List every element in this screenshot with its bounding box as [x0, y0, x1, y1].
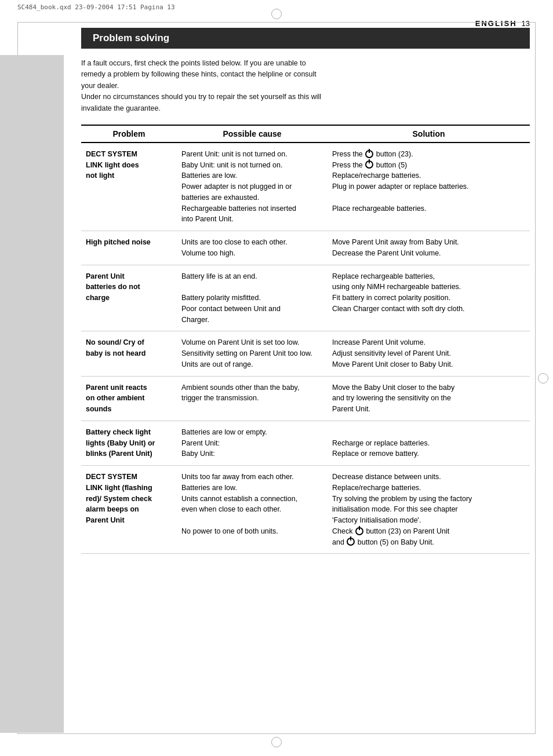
solution-cell: Press the button (23). Press the button …	[328, 143, 530, 231]
col-header-solution: Solution	[328, 125, 530, 143]
solution-cell: Recharge or replace batteries. Replace o…	[328, 421, 530, 465]
power-icon	[365, 160, 373, 169]
solution-cell: Decrease distance between units. Replace…	[328, 466, 530, 554]
power-icon	[365, 150, 373, 158]
page-container: SC484_book.qxd 23-09-2004 17:51 Pagina 1…	[0, 0, 553, 756]
border-top	[17, 22, 536, 23]
power-icon	[355, 527, 363, 535]
problem-cell: Parent Unitbatteries do notcharge	[81, 265, 177, 331]
col-header-problem: Problem	[81, 125, 177, 143]
cause-cell: Volume on Parent Unit is set too low. Se…	[177, 331, 328, 376]
border-right	[535, 22, 536, 734]
reg-mark-right	[538, 373, 548, 384]
solution-cell: Increase Parent Unit volume. Adjust sens…	[328, 331, 530, 376]
intro-text: If a fault occurs, first check the point…	[81, 58, 530, 114]
intro-line5: invalidate the guarantee.	[81, 104, 161, 112]
solution-cell: Move the Baby Unit closer to the baby an…	[328, 376, 530, 421]
left-sidebar	[0, 55, 64, 733]
problem-cell: No sound/ Cry ofbaby is not heard	[81, 331, 177, 376]
problem-cell: Parent unit reactson other ambientsounds	[81, 376, 177, 421]
col-header-cause: Possible cause	[177, 125, 328, 143]
intro-line4: Under no circumstances should you try to…	[81, 93, 321, 101]
power-icon	[347, 538, 355, 546]
table-row: Battery check lightlights (Baby Unit) or…	[81, 421, 530, 465]
problem-cell: DECT SYSTEMLINK light doesnot light	[81, 143, 177, 231]
intro-line2: remedy a problem by following these hint…	[81, 70, 316, 78]
page-number: 13	[522, 19, 530, 28]
content-area: Problem solving If a fault occurs, first…	[64, 28, 553, 577]
table-row: DECT SYSTEMLINK light doesnot light Pare…	[81, 143, 530, 231]
problem-cell: Battery check lightlights (Baby Unit) or…	[81, 421, 177, 465]
cause-cell: Units are too close to each other. Volum…	[177, 231, 328, 265]
table-row: High pitched noise Units are too close t…	[81, 231, 530, 265]
solution-cell: Replace rechargeable batteries, using on…	[328, 265, 530, 331]
cause-cell: Units too far away from each other. Batt…	[177, 466, 328, 554]
cause-cell: Batteries are low or empty. Parent Unit:…	[177, 421, 328, 465]
problem-table: Problem Possible cause Solution DECT SYS…	[81, 125, 530, 554]
problem-cell: DECT SYSTEMLINK light (flashingred)/ Sys…	[81, 466, 177, 554]
reg-mark-bottom	[271, 737, 282, 747]
cause-cell: Parent Unit: unit is not turned on. Baby…	[177, 143, 328, 231]
table-row: DECT SYSTEMLINK light (flashingred)/ Sys…	[81, 466, 530, 554]
cause-cell: Battery life is at an end. Battery polar…	[177, 265, 328, 331]
intro-line3: your dealer.	[81, 82, 119, 90]
intro-line1: If a fault occurs, first check the point…	[81, 59, 306, 67]
table-row: No sound/ Cry ofbaby is not heard Volume…	[81, 331, 530, 376]
border-bottom	[17, 733, 536, 734]
problem-cell: High pitched noise	[81, 231, 177, 265]
language-label: ENGLISH	[475, 19, 517, 28]
reg-mark-top	[271, 9, 282, 19]
table-row: Parent Unitbatteries do notcharge Batter…	[81, 265, 530, 331]
table-row: Parent unit reactson other ambientsounds…	[81, 376, 530, 421]
section-title: Problem solving	[81, 28, 530, 49]
cause-cell: Ambient sounds other than the baby, trig…	[177, 376, 328, 421]
solution-cell: Move Parent Unit away from Baby Unit. De…	[328, 231, 530, 265]
